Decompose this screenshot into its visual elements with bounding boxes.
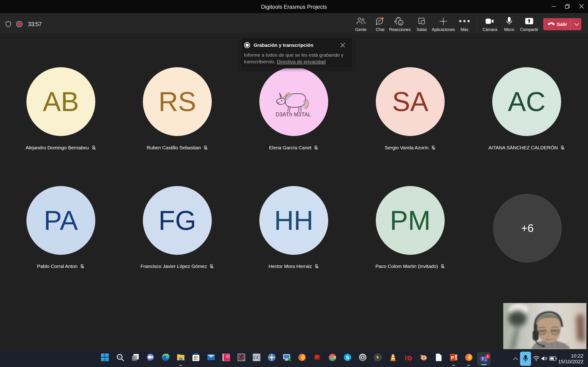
svg-text:D3ATh M3TAL: D3ATh M3TAL bbox=[276, 111, 311, 117]
svg-text:P: P bbox=[451, 355, 454, 360]
svg-text:CC: CC bbox=[253, 355, 259, 360]
svg-text:?: ? bbox=[227, 356, 228, 358]
svg-text:S: S bbox=[346, 355, 349, 360]
svg-text:T: T bbox=[482, 357, 484, 361]
